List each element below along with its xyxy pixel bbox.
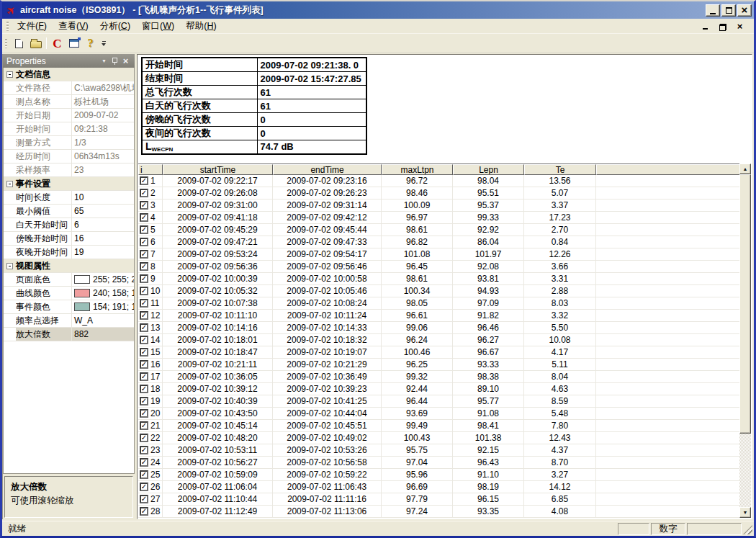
table-row[interactable]: 52009-07-02 09:45:292009-07-02 09:45:449… xyxy=(138,224,739,236)
table-row[interactable]: 282009-07-02 11:12:492009-07-02 11:13:06… xyxy=(138,506,739,518)
resize-grip[interactable] xyxy=(743,525,752,534)
column-header-i[interactable]: i xyxy=(138,164,163,175)
panel-pin-button[interactable] xyxy=(109,56,120,66)
table-row[interactable]: 152009-07-02 10:18:472009-07-02 10:19:07… xyxy=(138,346,739,359)
menu-gripper-icon[interactable] xyxy=(6,22,9,31)
property-row[interactable]: 经历时间06h34m13s xyxy=(4,150,134,163)
property-row[interactable]: 事件颜色154; 191; 18 xyxy=(4,300,134,314)
row-checkbox[interactable] xyxy=(140,360,148,369)
property-row[interactable]: 时间长度10 xyxy=(4,191,134,205)
row-checkbox[interactable] xyxy=(140,250,148,259)
minimize-button[interactable] xyxy=(706,4,720,17)
color-swatch[interactable] xyxy=(74,275,90,284)
table-row[interactable]: 22009-07-02 09:26:082009-07-02 09:26:239… xyxy=(138,187,739,199)
row-checkbox[interactable] xyxy=(140,323,148,332)
property-row[interactable]: 放大倍数882 xyxy=(4,328,134,341)
mdi-minimize-button[interactable] xyxy=(700,22,711,31)
row-checkbox[interactable] xyxy=(140,385,148,393)
row-checkbox[interactable] xyxy=(140,201,148,210)
table-row[interactable]: 132009-07-02 10:14:162009-07-02 10:14:33… xyxy=(138,322,739,334)
property-row[interactable]: 文件路径C:\awa6298\机场 xyxy=(4,81,134,95)
row-checkbox[interactable] xyxy=(140,336,148,344)
table-row[interactable]: 202009-07-02 10:43:502009-07-02 10:44:04… xyxy=(138,408,739,420)
property-row[interactable]: 测点名称栎社机场 xyxy=(4,95,134,109)
table-row[interactable]: 182009-07-02 10:39:122009-07-02 10:39:23… xyxy=(138,383,739,395)
table-row[interactable]: 62009-07-02 09:47:212009-07-02 09:47:339… xyxy=(138,236,739,248)
row-checkbox[interactable] xyxy=(140,458,148,467)
row-checkbox[interactable] xyxy=(140,311,148,320)
row-checkbox[interactable] xyxy=(140,176,148,185)
row-checkbox[interactable] xyxy=(140,287,148,295)
column-header-Te[interactable]: Te xyxy=(524,164,596,175)
table-row[interactable]: 12009-07-02 09:22:172009-07-02 09:23:169… xyxy=(138,175,739,187)
properties-button[interactable] xyxy=(66,35,82,51)
row-checkbox[interactable] xyxy=(140,397,148,405)
column-header-endTime[interactable]: endTime xyxy=(273,164,382,175)
new-document-button[interactable] xyxy=(11,35,27,51)
menu-item-H[interactable]: 帮助(H) xyxy=(180,19,222,34)
row-checkbox[interactable] xyxy=(140,299,148,308)
property-row[interactable]: 最小阈值65 xyxy=(4,205,134,218)
table-row[interactable]: 162009-07-02 10:21:112009-07-02 10:21:29… xyxy=(138,359,739,371)
table-row[interactable]: 192009-07-02 10:40:392009-07-02 10:41:25… xyxy=(138,395,739,408)
vertical-scrollbar[interactable] xyxy=(739,163,751,518)
column-header-filler[interactable] xyxy=(596,164,739,175)
panel-menu-button[interactable] xyxy=(99,56,109,66)
scrollbar-down-button[interactable] xyxy=(739,507,751,518)
row-checkbox[interactable] xyxy=(140,262,148,271)
table-row[interactable]: 32009-07-02 09:31:002009-07-02 09:31:141… xyxy=(138,199,739,212)
mdi-close-button[interactable] xyxy=(734,22,745,31)
scrollbar-thumb[interactable] xyxy=(739,174,751,434)
row-checkbox[interactable] xyxy=(140,421,148,430)
property-row[interactable]: 开始时间09:21:38 xyxy=(4,122,134,136)
row-checkbox[interactable] xyxy=(140,372,148,381)
table-row[interactable]: 82009-07-02 09:56:362009-07-02 09:56:469… xyxy=(138,261,739,273)
collapse-icon[interactable] xyxy=(6,181,13,187)
property-row[interactable]: 频率点选择W_A xyxy=(4,314,134,328)
table-row[interactable]: 222009-07-02 10:48:202009-07-02 10:49:02… xyxy=(138,432,739,444)
row-checkbox[interactable] xyxy=(140,507,148,516)
table-row[interactable]: 232009-07-02 10:53:112009-07-02 10:53:26… xyxy=(138,444,739,457)
table-row[interactable]: 242009-07-02 10:56:272009-07-02 10:56:58… xyxy=(138,457,739,469)
table-row[interactable]: 122009-07-02 10:11:102009-07-02 10:11:24… xyxy=(138,310,739,322)
table-row[interactable]: 272009-07-02 11:10:442009-07-02 11:11:16… xyxy=(138,493,739,506)
table-row[interactable]: 262009-07-02 11:06:042009-07-02 11:06:43… xyxy=(138,481,739,493)
property-category[interactable]: 事件设置 xyxy=(4,177,134,191)
collapse-icon[interactable] xyxy=(6,263,13,269)
collapse-icon[interactable] xyxy=(6,71,13,78)
maximize-button[interactable] xyxy=(721,4,736,17)
toolbar-gripper-icon[interactable] xyxy=(5,39,7,48)
property-row[interactable]: 曲线颜色240; 158; 15 xyxy=(4,287,134,300)
property-category[interactable]: 视图属性 xyxy=(4,259,134,273)
color-swatch[interactable] xyxy=(74,289,90,297)
table-row[interactable]: 142009-07-02 10:18:012009-07-02 10:18:32… xyxy=(138,334,739,346)
row-checkbox[interactable] xyxy=(140,189,148,197)
property-row[interactable]: 页面底色255; 255; 25 xyxy=(4,273,134,287)
property-row[interactable]: 测量方式1/3 xyxy=(4,136,134,150)
property-category[interactable]: 文档信息 xyxy=(4,68,134,81)
scrollbar-up-button[interactable] xyxy=(739,163,751,174)
row-checkbox[interactable] xyxy=(140,409,148,418)
row-checkbox[interactable] xyxy=(140,483,148,491)
row-checkbox[interactable] xyxy=(140,213,148,222)
row-checkbox[interactable] xyxy=(140,446,148,454)
property-row[interactable]: 开始日期2009-07-02 xyxy=(4,109,134,122)
menu-item-W[interactable]: 窗口(W) xyxy=(136,19,180,34)
table-row[interactable]: 102009-07-02 10:05:322009-07-02 10:05:46… xyxy=(138,285,739,297)
panel-close-button[interactable] xyxy=(120,56,131,66)
menu-item-V[interactable]: 查看(V) xyxy=(53,19,94,34)
close-button[interactable] xyxy=(737,4,752,17)
table-row[interactable]: 172009-07-02 10:36:052009-07-02 10:36:49… xyxy=(138,371,739,383)
table-row[interactable]: 112009-07-02 10:07:382009-07-02 10:08:24… xyxy=(138,297,739,310)
table-row[interactable]: 42009-07-02 09:41:182009-07-02 09:42:129… xyxy=(138,212,739,224)
table-row[interactable]: 92009-07-02 10:00:392009-07-02 10:00:589… xyxy=(138,273,739,285)
row-checkbox[interactable] xyxy=(140,348,148,357)
color-swatch[interactable] xyxy=(74,302,90,311)
open-file-button[interactable] xyxy=(27,35,44,51)
table-row[interactable]: 72009-07-02 09:53:242009-07-02 09:54:171… xyxy=(138,248,739,261)
property-row[interactable]: 傍晚开始时间16 xyxy=(4,232,134,246)
row-checkbox[interactable] xyxy=(140,434,148,442)
row-checkbox[interactable] xyxy=(140,470,148,479)
row-checkbox[interactable] xyxy=(140,238,148,246)
column-header-maxLtpn[interactable]: maxLtpn xyxy=(382,164,453,175)
